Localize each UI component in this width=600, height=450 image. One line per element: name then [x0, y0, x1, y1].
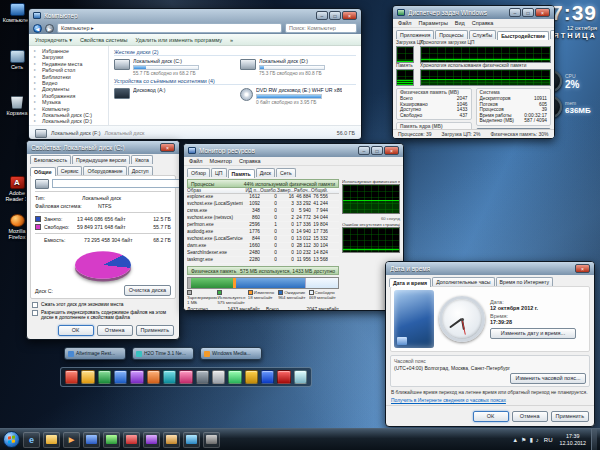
- taskbar-app-icon[interactable]: [83, 432, 100, 448]
- drive-item-c[interactable]: Локальный диск (C:) 55.7 ГБ свободно из …: [114, 58, 230, 76]
- timezone-info-link[interactable]: Получить в Интернете сведения о часовых …: [391, 398, 589, 403]
- drive-label-input[interactable]: [52, 179, 180, 188]
- compress-checkbox-row[interactable]: Сжать этот диск для экономии места: [32, 302, 174, 308]
- volume-icon[interactable]: ♪: [536, 437, 539, 443]
- quicklaunch-icon[interactable]: [277, 370, 290, 384]
- tab-cpu[interactable]: ЦП: [211, 168, 227, 177]
- ok-button[interactable]: ОК: [58, 325, 94, 336]
- tab-performance[interactable]: Быстродействие: [497, 31, 549, 40]
- close-button[interactable]: ×: [384, 146, 399, 155]
- resource-monitor-window[interactable]: Монитор ресурсов – □ × Файл Монитор Спра…: [183, 143, 404, 311]
- address-bar[interactable]: Компьютер ▸: [57, 23, 282, 33]
- apply-button[interactable]: Применить: [551, 411, 589, 422]
- disk-cleanup-button[interactable]: Очистка диска: [124, 285, 171, 296]
- drive-item-e[interactable]: DVD RW дисковод (E:) WHF UR x86 0 байт с…: [240, 87, 356, 105]
- process-row[interactable]: perfmon.exe25961017 33619 804: [187, 222, 339, 229]
- index-checkbox-row[interactable]: Разрешить индексировать содержимое файло…: [32, 310, 174, 321]
- menu-file[interactable]: Файл: [398, 20, 412, 26]
- menu-monitor[interactable]: Монитор: [210, 158, 232, 164]
- close-button[interactable]: ×: [160, 143, 175, 152]
- tab-tools[interactable]: Сервис: [57, 166, 83, 175]
- processes-section-header[interactable]: Процессы 44% используемой физической пам…: [187, 179, 339, 188]
- maximize-button[interactable]: □: [522, 8, 534, 17]
- process-row[interactable]: csrss.exe348005 9407 944: [187, 208, 339, 215]
- tab-processes[interactable]: Процессы: [435, 30, 467, 39]
- quicklaunch-icon[interactable]: [98, 370, 111, 384]
- menu-view[interactable]: Вид: [455, 20, 465, 26]
- cancel-button[interactable]: Отмена: [512, 411, 548, 422]
- system-properties-button[interactable]: Свойства системы: [80, 37, 128, 43]
- apply-button[interactable]: Применить: [136, 325, 174, 336]
- change-date-time-button[interactable]: Изменить дату и время...: [490, 328, 576, 339]
- taskbar-app-icon[interactable]: [103, 432, 120, 448]
- cancel-button[interactable]: Отмена: [97, 325, 133, 336]
- tab-internet-time[interactable]: Время по Интернету: [496, 277, 553, 286]
- quicklaunch-icon[interactable]: [81, 370, 94, 384]
- disk-properties-dialog[interactable]: Свойства: Локальный диск (C:) × Безопасн…: [26, 140, 180, 340]
- back-button[interactable]: ◀: [33, 24, 42, 33]
- minimize-button[interactable]: –: [509, 8, 521, 17]
- start-button[interactable]: [3, 431, 20, 448]
- quicklaunch-icon[interactable]: [245, 370, 258, 384]
- column-header[interactable]: Ошибо...: [260, 188, 277, 193]
- close-button[interactable]: ×: [535, 8, 550, 17]
- column-header[interactable]: Завер...: [277, 188, 294, 193]
- tab-quota[interactable]: Квота: [131, 155, 153, 164]
- forward-button[interactable]: ▶: [45, 24, 54, 33]
- task-manager-window[interactable]: Диспетчер задач Windows – □ × Файл Парам…: [392, 5, 555, 139]
- quicklaunch-icon[interactable]: [179, 370, 192, 384]
- uninstall-button[interactable]: Удалить или изменить программу: [136, 37, 222, 43]
- tab-sharing[interactable]: Доступ: [128, 166, 153, 175]
- nav-item-disk-d[interactable]: Локальный диск (D:): [33, 118, 108, 124]
- tab-disk[interactable]: Диск: [256, 168, 275, 177]
- column-header[interactable]: ИД п...: [243, 188, 260, 193]
- quicklaunch-icon[interactable]: [163, 370, 176, 384]
- quicklaunch-icon[interactable]: [147, 370, 160, 384]
- menu-help[interactable]: Справка: [472, 20, 494, 26]
- tab-general[interactable]: Общие: [30, 167, 56, 176]
- quicklaunch-icon[interactable]: [196, 370, 209, 384]
- quicklaunch-icon[interactable]: [261, 370, 274, 384]
- taskbar-app-icon[interactable]: [183, 432, 200, 448]
- explorer-window[interactable]: Компьютер – □ × ◀ ▶ Компьютер ▸ Упорядоч…: [28, 8, 362, 140]
- close-button[interactable]: ×: [342, 11, 357, 20]
- tab-hardware[interactable]: Оборудование: [83, 166, 126, 175]
- mini-window-wmp[interactable]: Windows Media...: [200, 347, 262, 360]
- quicklaunch-icon[interactable]: [228, 370, 241, 384]
- column-header[interactable]: Рабоч...: [294, 188, 311, 193]
- process-row[interactable]: taskmgr.exe22800011 95613 568: [187, 257, 339, 264]
- taskbar-clock[interactable]: 17:39 12.10.2012: [557, 433, 588, 445]
- drive-item-a[interactable]: Дисковод (A:): [114, 87, 230, 105]
- tab-services[interactable]: Службы: [469, 30, 497, 39]
- search-input[interactable]: [285, 23, 357, 33]
- group-header-hard-disks[interactable]: Жесткие диски (2): [114, 49, 356, 56]
- maximize-button[interactable]: □: [371, 146, 383, 155]
- tab-overview[interactable]: Обзор: [187, 168, 210, 177]
- quicklaunch-icon[interactable]: [212, 370, 225, 384]
- taskbar-app-icon[interactable]: [203, 432, 220, 448]
- process-row[interactable]: SearchIndexer.exe24800010 23214 824: [187, 250, 339, 257]
- more-commands-button[interactable]: »: [230, 37, 233, 43]
- quicklaunch-icon[interactable]: [130, 370, 143, 384]
- language-indicator[interactable]: RU: [542, 437, 555, 443]
- drive-item-d[interactable]: Локальный диск (D:) 75.3 ГБ свободно из …: [240, 58, 356, 76]
- process-row[interactable]: explorer.exe161201646 88476 556: [187, 194, 339, 201]
- show-desktop-button[interactable]: [591, 429, 597, 450]
- close-button[interactable]: ×: [575, 264, 590, 273]
- organize-button[interactable]: Упорядочить ▾: [35, 37, 72, 43]
- taskbar-app-icon[interactable]: [143, 432, 160, 448]
- maximize-button[interactable]: □: [329, 11, 341, 20]
- minimize-button[interactable]: –: [316, 11, 328, 20]
- memory-section-header[interactable]: Физическая память 575 МБ используется, 1…: [187, 266, 339, 275]
- menu-options[interactable]: Параметры: [419, 20, 448, 26]
- tab-date-time[interactable]: Дата и время: [389, 278, 431, 287]
- quicklaunch-icon[interactable]: [114, 370, 127, 384]
- network-icon[interactable]: ▮: [530, 437, 533, 443]
- change-timezone-button[interactable]: Изменить часовой пояс...: [510, 373, 586, 384]
- ok-button[interactable]: ОК: [473, 411, 509, 422]
- quicklaunch-icon[interactable]: [65, 370, 78, 384]
- process-row[interactable]: svchost.exe (LocalSystemN...)10920333 29…: [187, 201, 339, 208]
- date-time-dialog[interactable]: Дата и время × Дата и время Дополнительн…: [385, 261, 595, 427]
- tab-network[interactable]: Сеть: [276, 168, 296, 177]
- tab-applications[interactable]: Приложения: [396, 30, 434, 39]
